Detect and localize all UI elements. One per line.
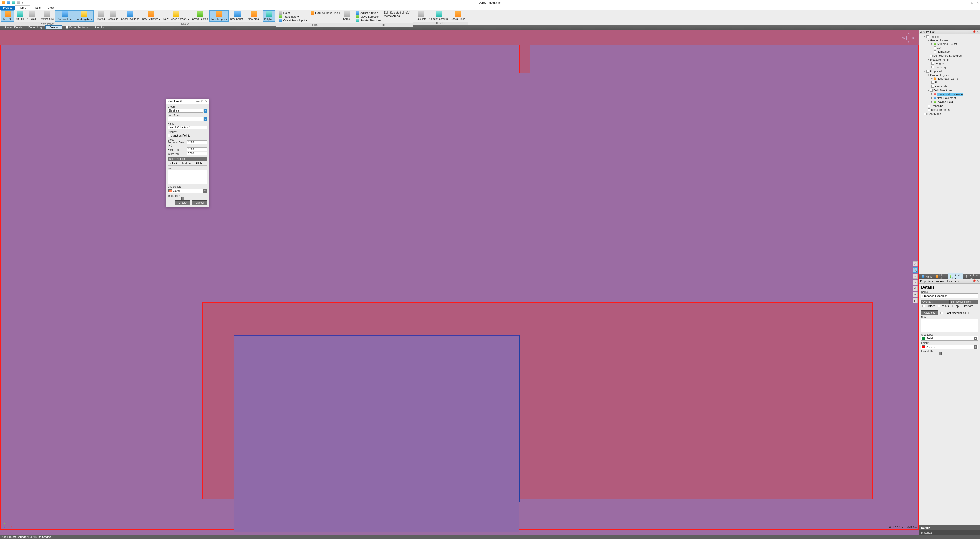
- adjust-altitude[interactable]: Adjust Altitude: [356, 11, 381, 14]
- tab-project[interactable]: Project: [0, 6, 15, 10]
- bottom-tab-details[interactable]: Details: [919, 525, 980, 530]
- offset-tool[interactable]: Offset From Input ▾: [279, 19, 307, 22]
- chevron-down-icon[interactable]: ▾: [203, 189, 207, 193]
- tab-viewport[interactable]: Viewport: [45, 25, 62, 29]
- bottom-radio[interactable]: [961, 305, 963, 307]
- site-list-header[interactable]: 3D Site List 📌 ✕: [919, 30, 980, 34]
- take-off-button[interactable]: Take Off: [1, 10, 14, 22]
- chevron-down-icon[interactable]: ▾: [974, 345, 977, 349]
- group-dropdown-icon[interactable]: ▾: [204, 109, 207, 113]
- minimize-icon[interactable]: —: [965, 1, 968, 4]
- width-right-radio[interactable]: Right: [192, 162, 203, 165]
- select-button[interactable]: Select: [342, 10, 352, 21]
- calculate-button[interactable]: Calculate: [414, 10, 428, 21]
- zoom-window-icon[interactable]: 🔍: [913, 268, 918, 273]
- site-list-tree[interactable]: ▾Existing ▾Ground Layers ▸Stripping (0.6…: [919, 34, 980, 274]
- check-pipes-button[interactable]: Check Pipes: [449, 10, 467, 21]
- merge-areas[interactable]: Merge Areas: [384, 14, 410, 18]
- points-checkbox[interactable]: [938, 305, 940, 307]
- move-selection[interactable]: Move Selection: [356, 15, 381, 18]
- zoom-out-icon[interactable]: －: [913, 280, 918, 285]
- tab-home[interactable]: Home: [15, 5, 30, 10]
- transmute-tool[interactable]: Transmute ▾: [279, 15, 307, 18]
- fit-icon[interactable]: ⤢: [913, 262, 918, 266]
- maximize-icon[interactable]: □: [971, 1, 973, 4]
- pin-icon[interactable]: 📌: [972, 279, 976, 282]
- contours-button[interactable]: Contours: [107, 10, 120, 21]
- 4d-walk-button[interactable]: 4D Walk: [25, 10, 38, 21]
- properties-header[interactable]: Properties: Proposed Extension 📌 ✕: [919, 279, 980, 284]
- tab-cross-sections[interactable]: Cross Sections: [64, 26, 90, 29]
- dialog-close-icon[interactable]: ✕: [205, 99, 207, 103]
- qat-dropdown-icon[interactable]: ▾: [22, 1, 24, 4]
- zoom-in-icon[interactable]: ＋: [913, 274, 918, 279]
- surface-checkbox[interactable]: [922, 305, 925, 307]
- save-icon[interactable]: [6, 1, 10, 4]
- split-lines[interactable]: Split Selected Line(s): [384, 11, 410, 14]
- top-radio[interactable]: [951, 305, 953, 307]
- chevron-down-icon[interactable]: ▾: [974, 336, 977, 340]
- proposed-site-button[interactable]: Proposed Site: [55, 10, 75, 22]
- pin-icon[interactable]: 📌: [972, 30, 976, 33]
- create-button[interactable]: Create: [175, 200, 190, 205]
- width-input[interactable]: [186, 151, 207, 155]
- area-type-dropdown[interactable]: Solid▾: [921, 336, 978, 341]
- tab-project-details[interactable]: Project Details: [2, 26, 25, 29]
- width-middle-radio[interactable]: Middle: [179, 162, 190, 165]
- pan-icon[interactable]: ✥: [913, 286, 918, 291]
- thickness-slider[interactable]: [172, 198, 207, 198]
- colour-dropdown[interactable]: 255, 0, 0▾: [921, 344, 978, 349]
- bottom-tab-materials[interactable]: Materials: [919, 530, 980, 535]
- panel-close-icon[interactable]: ✕: [977, 30, 979, 33]
- tree-item-proposed-extension[interactable]: ▸Proposed Extension: [931, 92, 980, 96]
- name-input[interactable]: [168, 126, 207, 129]
- tab-view[interactable]: View: [44, 5, 57, 10]
- 3d-site-button[interactable]: 3D Site: [14, 10, 25, 21]
- new-count-button[interactable]: New Count ▾: [229, 10, 246, 21]
- existing-site-button[interactable]: Existing Site: [38, 10, 55, 21]
- boring-button[interactable]: Boring: [96, 10, 107, 21]
- working-area-button[interactable]: Working Area: [75, 10, 94, 22]
- dialog-maximize-icon[interactable]: □: [201, 99, 203, 103]
- side-tab-plans[interactable]: Plans: [920, 275, 934, 278]
- rotate-structure[interactable]: Rotate Structure: [356, 19, 381, 22]
- orbit-icon[interactable]: ⟳: [913, 292, 918, 297]
- prop-note-input[interactable]: [921, 319, 978, 332]
- compass-top[interactable]: TOP: [906, 36, 910, 40]
- cross-section-button[interactable]: Cross Section: [191, 10, 210, 21]
- group-input[interactable]: [168, 109, 203, 113]
- new-structure-button[interactable]: New Structure ▾: [141, 10, 162, 21]
- iso-icon[interactable]: ◧: [913, 298, 918, 303]
- subgroup-input[interactable]: [168, 117, 203, 121]
- undo-icon[interactable]: [12, 1, 15, 4]
- tab-boring-log[interactable]: Boring Log: [26, 26, 44, 29]
- line-width-slider[interactable]: [926, 353, 978, 354]
- note-input[interactable]: [168, 170, 207, 184]
- advanced-button[interactable]: Advanced: [921, 310, 938, 315]
- new-area-button[interactable]: New Area ▾: [246, 10, 262, 21]
- tab-results[interactable]: Results: [92, 26, 106, 29]
- point-tool[interactable]: Point: [279, 11, 307, 14]
- redo-icon[interactable]: [17, 1, 21, 4]
- extrude-tool[interactable]: Extrude Input Line ▾: [310, 11, 340, 14]
- new-trench-button[interactable]: New Trench Network ▾: [162, 10, 191, 21]
- width-left-radio[interactable]: Left: [169, 162, 177, 165]
- last-material-checkbox[interactable]: [940, 312, 943, 314]
- height-input[interactable]: [186, 147, 207, 151]
- close-icon[interactable]: ✕: [977, 1, 979, 4]
- line-colour-dropdown[interactable]: Coral ▾: [168, 188, 207, 193]
- polyline-button[interactable]: Polyline: [262, 10, 275, 22]
- view-compass[interactable]: N E S W TOP: [902, 32, 914, 44]
- checkbox-icon[interactable]: [65, 26, 68, 29]
- dialog-minimize-icon[interactable]: —: [196, 99, 199, 103]
- check-contours-button[interactable]: Check Contours: [428, 10, 449, 21]
- dialog-titlebar[interactable]: New Length — □ ✕: [166, 99, 209, 104]
- viewport[interactable]: N E S W TOP ⤢ 🔍 ＋ － ✥ ⟳ ◧ Y ↙— X W: 47.7…: [0, 30, 919, 535]
- subgroup-dropdown-icon[interactable]: ▾: [204, 117, 207, 121]
- junction-checkbox[interactable]: [168, 134, 170, 137]
- prop-name-input[interactable]: [921, 293, 978, 298]
- panel-close-icon[interactable]: ✕: [977, 279, 979, 282]
- csa-input[interactable]: [186, 140, 207, 144]
- new-length-button[interactable]: New Length ▾: [210, 10, 229, 22]
- spot-elev-button[interactable]: Spot Elevations: [120, 10, 141, 21]
